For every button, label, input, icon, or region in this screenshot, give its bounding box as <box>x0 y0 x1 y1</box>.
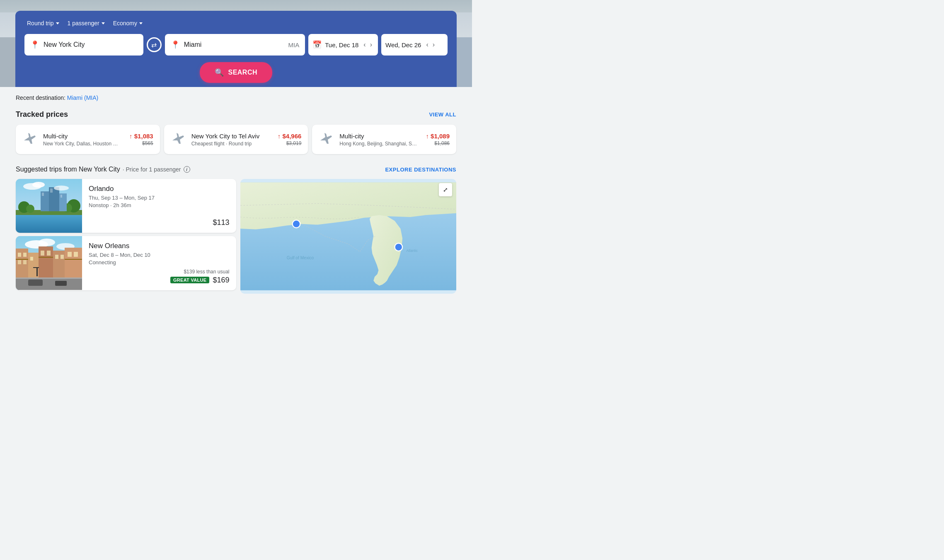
search-label: SEARCH <box>228 69 257 76</box>
tracked-price-old-0: $565 <box>129 140 153 146</box>
trip-type-label: Round trip <box>27 20 54 27</box>
origin-input[interactable] <box>44 41 138 48</box>
search-button[interactable]: 🔍 SEARCH <box>200 62 272 83</box>
svg-rect-67 <box>65 248 82 278</box>
svg-rect-71 <box>23 260 27 264</box>
class-dropdown[interactable]: Economy <box>111 18 145 28</box>
map-expand-button[interactable]: ⤢ <box>439 183 452 196</box>
date2-nav: ‹ › <box>424 40 436 49</box>
svg-rect-72 <box>30 257 33 261</box>
svg-rect-70 <box>18 260 21 264</box>
search-icon: 🔍 <box>215 68 224 77</box>
main-content: Recent destination: Miami (MIA) Tracked … <box>0 87 472 304</box>
svg-rect-77 <box>68 252 72 257</box>
trip-dates-0: Thu, Sep 13 – Mon, Sep 17 <box>89 195 230 201</box>
date1-nav: ‹ › <box>362 40 374 49</box>
recent-label: Recent destination: <box>16 94 65 101</box>
svg-point-56 <box>54 186 69 191</box>
svg-text:Gulf of Mexico: Gulf of Mexico <box>286 256 314 260</box>
tracked-sub-1: Cheapest flight · Round trip <box>191 141 272 147</box>
trip-details-0: Orlando Thu, Sep 13 – Mon, Sep 17 Nonsto… <box>82 179 236 233</box>
dest-location-icon: 📍 <box>171 40 180 49</box>
tracked-sub-0: New York City, Dallas, Houston … <box>43 141 123 147</box>
recent-dest-link[interactable]: Miami (MIA) <box>67 94 98 101</box>
location-icon: 📍 <box>30 40 39 49</box>
svg-rect-53 <box>61 195 62 198</box>
svg-rect-69 <box>23 253 27 257</box>
suggested-header: Suggested trips from New York City · Pri… <box>16 166 456 173</box>
trip-city-0: Orlando <box>89 185 230 193</box>
svg-rect-81 <box>65 259 82 260</box>
tracked-info-0: Multi-city New York City, Dallas, Housto… <box>43 133 123 147</box>
date1-field[interactable]: 📅 Tue, Dec 18 ‹ › <box>308 34 378 56</box>
passengers-label: 1 passenger <box>68 20 99 27</box>
passengers-arrow <box>102 22 105 24</box>
date2-next[interactable]: › <box>431 40 436 49</box>
tracked-price-up-2: ↑ $1,089 <box>426 133 450 140</box>
svg-rect-80 <box>39 257 53 258</box>
svg-point-90 <box>395 243 402 251</box>
svg-rect-84 <box>36 267 38 276</box>
swap-button[interactable]: ⇄ <box>147 37 162 52</box>
svg-rect-50 <box>59 193 67 211</box>
tracked-title: Tracked prices <box>16 110 68 119</box>
trip-dates-1: Sat, Dec 8 – Mon, Dec 10 <box>89 252 230 258</box>
tracked-name-1: New York City to Tel Aviv <box>191 133 272 140</box>
svg-rect-83 <box>55 281 67 286</box>
trip-price-1: $169 <box>213 276 229 285</box>
trip-card-1[interactable]: New Orleans Sat, Dec 8 – Mon, Dec 10 Con… <box>16 236 236 290</box>
svg-point-45 <box>26 205 34 213</box>
tracked-card-2[interactable]: Multi-city Hong Kong, Beijing, Shanghai,… <box>312 125 456 154</box>
svg-rect-76 <box>61 255 64 259</box>
svg-rect-66 <box>53 251 65 278</box>
trip-type-dropdown[interactable]: Round trip <box>24 18 62 28</box>
search-btn-container: 🔍 SEARCH <box>24 62 448 83</box>
class-arrow <box>139 22 143 24</box>
trips-list: Orlando Thu, Sep 13 – Mon, Sep 17 Nonsto… <box>16 179 236 294</box>
origin-field[interactable]: 📍 <box>24 34 143 56</box>
destination-field[interactable]: 📍 MIA <box>165 34 305 56</box>
date1-next[interactable]: › <box>368 40 374 49</box>
svg-rect-52 <box>50 188 53 193</box>
svg-rect-79 <box>16 259 28 260</box>
svg-rect-85 <box>33 267 39 268</box>
svg-point-59 <box>39 239 55 246</box>
date2-field[interactable]: Wed, Dec 26 ‹ › <box>381 34 448 56</box>
trip-stop-1: Connecting <box>89 259 230 266</box>
tracked-card-0[interactable]: Multi-city New York City, Dallas, Housto… <box>16 125 160 154</box>
tracked-cards-container: Multi-city New York City, Dallas, Housto… <box>16 125 456 154</box>
date1-prev[interactable]: ‹ <box>362 40 367 49</box>
explore-destinations-btn[interactable]: EXPLORE DESTINATIONS <box>385 167 456 173</box>
search-panel: Round trip 1 passenger Economy 📍 ⇄ <box>15 11 457 87</box>
trip-price-0: $113 <box>213 218 229 227</box>
date2-prev[interactable]: ‹ <box>424 40 430 49</box>
info-icon[interactable]: i <box>184 166 190 173</box>
passengers-dropdown[interactable]: 1 passenger <box>65 18 107 28</box>
trip-price-row-1: $139 less than usual GREAT VALUE $169 <box>89 269 230 285</box>
svg-text:Atlantic: Atlantic <box>406 249 417 253</box>
svg-point-89 <box>292 220 300 228</box>
svg-rect-75 <box>55 255 58 259</box>
tracked-price-up-0: ↑ $1,083 <box>129 133 153 140</box>
tracked-info-1: New York City to Tel Aviv Cheapest fligh… <box>191 133 272 147</box>
trip-city-1: New Orleans <box>89 242 230 250</box>
map-area: Gulf of Mexico Atlantic ⤢ <box>240 179 457 294</box>
trips-map-layout: Orlando Thu, Sep 13 – Mon, Sep 17 Nonsto… <box>16 179 456 294</box>
trip-savings-1: $139 less than usual <box>184 269 229 275</box>
swap-icon: ⇄ <box>151 41 157 49</box>
tracked-card-1[interactable]: New York City to Tel Aviv Cheapest fligh… <box>164 125 308 154</box>
tracked-sub-2: Hong Kong, Beijing, Shanghai, S… <box>339 141 420 147</box>
svg-rect-82 <box>28 280 43 286</box>
svg-rect-42 <box>16 212 82 233</box>
calendar-icon: 📅 <box>312 40 322 49</box>
tracked-price-old-2: $1,086 <box>426 140 450 146</box>
plane-icon-1 <box>171 131 186 147</box>
search-options-row: Round trip 1 passenger Economy <box>24 18 448 28</box>
map-svg: Gulf of Mexico Atlantic <box>240 179 457 294</box>
suggested-title: Suggested trips from New York City <box>16 166 120 173</box>
destination-input[interactable] <box>184 41 283 48</box>
search-fields-row: 📍 ⇄ 📍 MIA 📅 Tue, Dec 18 ‹ › <box>24 34 448 56</box>
svg-rect-51 <box>42 193 44 196</box>
trip-card-0[interactable]: Orlando Thu, Sep 13 – Mon, Sep 17 Nonsto… <box>16 179 236 233</box>
view-all-link[interactable]: VIEW ALL <box>429 111 456 118</box>
